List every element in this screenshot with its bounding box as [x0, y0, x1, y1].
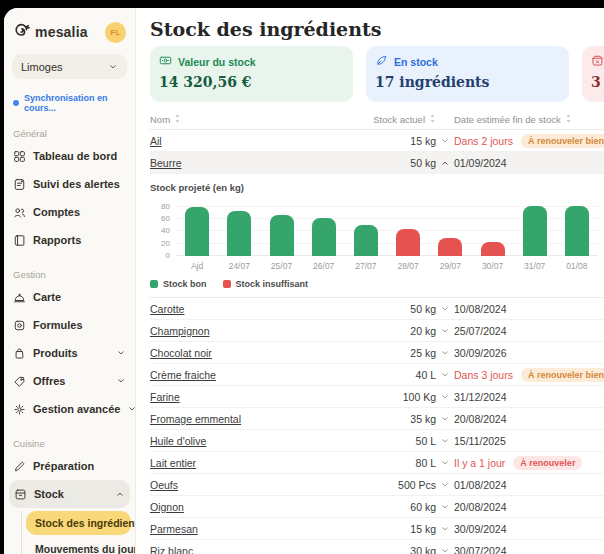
- sort-icon: [429, 113, 436, 126]
- table-row: Beurre50 kg01/09/2024: [150, 152, 604, 174]
- date-value: 20/08/2024: [454, 413, 507, 425]
- status-badge: À renouveler bientôt: [521, 134, 604, 148]
- date-value: 30/09/2024: [454, 523, 507, 535]
- date-value: 15/11/2025: [454, 435, 506, 447]
- chart-legend: Stock bonStock insuffisant: [150, 279, 600, 289]
- chevron-down-icon: [116, 376, 126, 386]
- ingredient-link[interactable]: Oeufs: [150, 479, 340, 491]
- expand-row-icon[interactable]: [436, 348, 454, 358]
- bar-low: [396, 229, 420, 256]
- date-value: 10/08/2024: [454, 303, 507, 315]
- date-cell: Dans 3 joursÀ renouveler bientôt: [454, 368, 604, 382]
- avatar[interactable]: FL: [105, 22, 126, 43]
- x-axis-tick: 01/08: [556, 261, 598, 271]
- ingredient-link[interactable]: Lait entier: [150, 457, 340, 469]
- brand: mesalia FL: [4, 20, 135, 44]
- users-icon: [13, 206, 26, 219]
- expand-row-icon[interactable]: [436, 326, 454, 336]
- bar-slot: [514, 202, 556, 256]
- ingredient-link[interactable]: Huile d'olive: [150, 435, 340, 447]
- ingredient-link[interactable]: Crème fraiche: [150, 369, 340, 381]
- ingredient-link[interactable]: Parmesan: [150, 523, 340, 535]
- page-title: Stock des ingrédients: [150, 18, 604, 40]
- ingredient-link[interactable]: Fromage emmental: [150, 413, 340, 425]
- date-value: 01/08/2024: [454, 479, 507, 491]
- sidebar-item-mouvements-du-jour[interactable]: Mouvements du jour: [26, 537, 131, 554]
- sidebar-item-formules[interactable]: Formules: [4, 311, 135, 339]
- expand-row-icon[interactable]: [436, 414, 454, 424]
- legend-item: Stock insuffisant: [223, 279, 309, 289]
- sidebar-subitems: Stock des ingrédientsMouvements du jour: [21, 511, 131, 554]
- summary-card-label: À renouveler: [591, 54, 604, 69]
- date-value: Dans 2 jours: [454, 135, 513, 147]
- ingredient-link[interactable]: Oignon: [150, 501, 340, 513]
- collapse-row-icon[interactable]: [436, 158, 454, 168]
- summary-card-value: 3 ingrédients: [591, 74, 604, 90]
- x-axis-tick: 31/07: [514, 261, 556, 271]
- ingredient-link[interactable]: Farine: [150, 391, 340, 403]
- legend-item: Stock bon: [150, 279, 207, 289]
- y-axis-tick: 80: [150, 202, 170, 211]
- table-row: Riz blanc30 kg30/07/2024: [150, 540, 604, 554]
- stock-value: 25 kg: [340, 347, 436, 359]
- x-axis-tick: 24/07: [218, 261, 260, 271]
- ingredient-link[interactable]: Ail: [150, 135, 340, 147]
- chart-title: Stock projeté (en kg): [150, 182, 600, 193]
- chevron-up-icon: [115, 489, 125, 499]
- date-cell: 25/07/2024: [454, 325, 604, 337]
- sidebar-item-stock[interactable]: Stock: [9, 480, 130, 508]
- column-header-date[interactable]: Date estimée fin de stock: [454, 113, 604, 126]
- sidebar-item-label: Suivi des alertes: [33, 178, 120, 190]
- ingredient-link[interactable]: Chocolat noir: [150, 347, 340, 359]
- chevron-down-icon: [108, 62, 118, 72]
- bar-good: [565, 206, 589, 256]
- sidebar-item-stock-des-ingredients[interactable]: Stock des ingrédients: [26, 511, 131, 535]
- sidebar-item-suivi-des-alertes[interactable]: Suivi des alertes: [4, 170, 135, 198]
- location-selector[interactable]: Limoges: [12, 54, 127, 79]
- date-cell: 01/09/2024: [454, 157, 604, 169]
- ingredient-link[interactable]: Beurre: [150, 157, 340, 169]
- sidebar-item-produits[interactable]: Produits: [4, 339, 135, 367]
- ingredient-link[interactable]: Riz blanc: [150, 545, 340, 554]
- sidebar-item-preparation[interactable]: Préparation: [4, 452, 135, 480]
- date-value: Il y a 1 jour: [454, 457, 505, 469]
- sync-status: Synchronisation en cours...: [13, 93, 126, 113]
- expand-row-icon[interactable]: [436, 392, 454, 402]
- tag-icon: [13, 375, 26, 388]
- expand-row-icon[interactable]: [436, 436, 454, 446]
- stock-value: 15 kg: [340, 523, 436, 535]
- x-axis-tick: 27/07: [345, 261, 387, 271]
- summary-card-value: 14 320,56 €: [159, 74, 344, 90]
- table-row: Oignon60 kg20/08/2024: [150, 496, 604, 518]
- bar-good: [227, 211, 251, 256]
- pen-icon: [375, 54, 388, 69]
- sidebar-item-rapports[interactable]: Rapports: [4, 226, 135, 254]
- sync-dot-icon: [13, 100, 19, 106]
- date-value: 30/07/2024: [454, 545, 507, 554]
- column-header-stock[interactable]: Stock actuel: [340, 113, 436, 126]
- expand-row-icon[interactable]: [436, 502, 454, 512]
- expand-row-icon[interactable]: [436, 304, 454, 314]
- sidebar-item-label: Produits: [33, 347, 78, 359]
- table-row: Oeufs500 Pcs01/08/2024: [150, 474, 604, 496]
- column-header-name[interactable]: Nom: [150, 113, 340, 126]
- expand-row-icon[interactable]: [436, 458, 454, 468]
- stock-value: 50 kg: [340, 303, 436, 315]
- expand-row-icon[interactable]: [436, 524, 454, 534]
- ingredient-link[interactable]: Champignon: [150, 325, 340, 337]
- date-cell: 01/08/2024: [454, 479, 604, 491]
- sync-status-label: Synchronisation en cours...: [24, 93, 126, 113]
- sidebar-item-carte[interactable]: Carte: [4, 283, 135, 311]
- sidebar-item-tableau-de-bord[interactable]: Tableau de bord: [4, 142, 135, 170]
- expand-row-icon[interactable]: [436, 546, 454, 554]
- sidebar-item-label: Comptes: [33, 206, 80, 218]
- ingredient-link[interactable]: Carotte: [150, 303, 340, 315]
- expand-row-icon[interactable]: [436, 136, 454, 146]
- date-value: 30/09/2026: [454, 347, 507, 359]
- sidebar-section-label: Gestion: [13, 269, 126, 280]
- sidebar-item-gestion-avancee[interactable]: Gestion avancée: [4, 395, 135, 423]
- expand-row-icon[interactable]: [436, 480, 454, 490]
- sidebar-item-comptes[interactable]: Comptes: [4, 198, 135, 226]
- expand-row-icon[interactable]: [436, 370, 454, 380]
- sidebar-item-offres[interactable]: Offres: [4, 367, 135, 395]
